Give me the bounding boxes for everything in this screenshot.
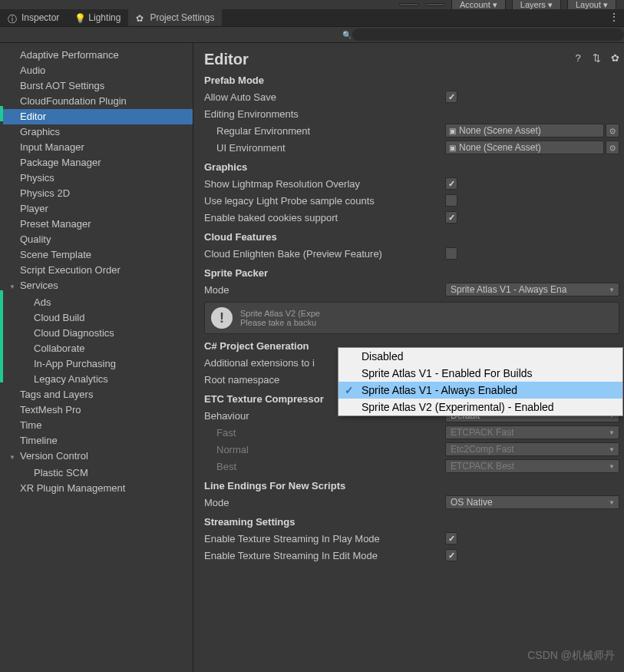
toolbar-icon-btn[interactable]: [399, 3, 419, 6]
sidebar-item[interactable]: Preset Manager: [0, 217, 193, 232]
tab-project-settings[interactable]: ✿ Project Settings: [128, 9, 222, 26]
sidebar-item[interactable]: Scene Template: [0, 247, 193, 263]
top-toolbar: Account ▾ Layers ▾ Layout ▾: [0, 0, 624, 9]
sidebar-item[interactable]: Input Manager: [0, 140, 193, 155]
sidebar-item[interactable]: Audio: [0, 63, 193, 78]
etc-fast-dropdown[interactable]: ETCPACK Fast: [445, 425, 619, 439]
baked-cookies-checkbox[interactable]: [445, 211, 457, 223]
field-label: Cloud Enlighten Bake (Preview Feature): [204, 248, 445, 260]
field-label: Mode: [204, 284, 445, 296]
search-input[interactable]: [352, 28, 624, 41]
settings-sidebar: Adaptive Performance Audio Burst AOT Set…: [0, 43, 193, 672]
ui-env-field[interactable]: ▣None (Scene Asset): [445, 141, 604, 154]
field-label: Enable Texture Streaming In Edit Mode: [204, 550, 445, 561]
field-label: Best: [204, 461, 445, 472]
sidebar-item[interactable]: Legacy Analytics: [0, 372, 193, 387]
info-text: Please take a backu: [240, 318, 320, 327]
sidebar-item[interactable]: In-App Purchasing: [0, 356, 193, 372]
popup-item[interactable]: Sprite Atlas V1 - Enabled For Builds: [338, 365, 622, 382]
light-icon: 💡: [74, 13, 84, 22]
sidebar-item[interactable]: Cloud Diagnostics: [0, 326, 193, 341]
sidebar-item-editor[interactable]: Editor: [0, 109, 193, 124]
legacy-probe-checkbox[interactable]: [445, 194, 457, 207]
cube-icon: ▣: [449, 144, 456, 152]
sidebar-item[interactable]: Timeline: [0, 433, 193, 449]
sidebar-item[interactable]: Plastic SCM: [0, 465, 193, 481]
lightmap-checkbox[interactable]: [445, 177, 457, 190]
gear-icon[interactable]: ✿: [609, 52, 621, 65]
section-heading: Line Endings For New Scripts: [204, 480, 619, 492]
sidebar-accent: [0, 290, 3, 382]
field-label: Fast: [204, 427, 445, 439]
popup-item[interactable]: Disabled: [338, 348, 622, 365]
allow-auto-save-checkbox[interactable]: [445, 91, 457, 103]
sidebar-item[interactable]: TextMesh Pro: [0, 402, 193, 418]
field-label: UI Environment: [204, 142, 445, 154]
sidebar-item[interactable]: Script Execution Order: [0, 263, 193, 278]
sidebar-item[interactable]: Physics 2D: [0, 186, 193, 201]
field-label: Show Lightmap Resolution Overlay: [204, 178, 445, 190]
cube-icon: ▣: [449, 127, 456, 135]
tab-inspector[interactable]: ⓘ Inspector: [0, 9, 67, 26]
search-row: 🔍: [0, 26, 624, 43]
streaming-play-checkbox[interactable]: [445, 532, 457, 545]
section-heading: Cloud Features: [204, 231, 619, 243]
sidebar-item[interactable]: Graphics: [0, 124, 193, 140]
section-heading: Sprite Packer: [204, 267, 619, 279]
regular-env-field[interactable]: ▣None (Scene Asset): [445, 124, 604, 137]
sidebar-item[interactable]: Burst AOT Settings: [0, 78, 193, 94]
kebab-menu-icon[interactable]: ⋮: [609, 11, 619, 23]
line-endings-dropdown[interactable]: OS Native: [445, 495, 619, 509]
field-label: Mode: [204, 497, 445, 508]
field-label: Editing Environments: [204, 108, 445, 120]
field-label: Allow Auto Save: [204, 91, 445, 103]
field-label: Regular Environment: [204, 125, 445, 137]
field-label: Normal: [204, 444, 445, 455]
tab-lighting[interactable]: 💡 Lighting: [67, 9, 128, 26]
popup-item-selected[interactable]: Sprite Atlas V1 - Always Enabled: [338, 382, 622, 399]
sidebar-item[interactable]: CloudFoundation Plugin: [0, 94, 193, 109]
sidebar-item[interactable]: Physics: [0, 170, 193, 186]
sidebar-item[interactable]: Time: [0, 418, 193, 433]
sidebar-item[interactable]: Package Manager: [0, 155, 193, 170]
header-icons: ? ⇅ ✿: [572, 52, 621, 65]
sprite-mode-dropdown[interactable]: Sprite Atlas V1 - Always Ena: [445, 283, 619, 296]
etc-best-dropdown[interactable]: ETCPACK Best: [445, 459, 619, 473]
sidebar-item[interactable]: Player: [0, 201, 193, 217]
sidebar-accent: [0, 106, 3, 121]
tab-label: Inspector: [21, 12, 59, 23]
object-picker-icon[interactable]: ⊙: [606, 141, 619, 154]
field-label: Enable Texture Streaming In Play Mode: [204, 533, 445, 545]
sidebar-item[interactable]: Quality: [0, 232, 193, 247]
section-heading: Streaming Settings: [204, 516, 619, 528]
field-label: Use legacy Light Probe sample counts: [204, 195, 445, 207]
sidebar-item[interactable]: Adaptive Performance: [0, 48, 193, 63]
sidebar-item[interactable]: XR Plugin Management: [0, 481, 193, 496]
help-icon[interactable]: ?: [572, 52, 584, 65]
sidebar-item-services[interactable]: Services: [0, 278, 193, 295]
toolbar-icon-btn[interactable]: [425, 3, 445, 6]
sidebar-item[interactable]: Cloud Build: [0, 310, 193, 326]
info-icon: !: [211, 307, 233, 329]
tabs-row: ⓘ Inspector 💡 Lighting ✿ Project Setting…: [0, 9, 624, 26]
cloud-enlighten-checkbox[interactable]: [445, 247, 457, 260]
section-heading: Prefab Mode: [204, 74, 619, 86]
gear-icon: ✿: [136, 13, 145, 22]
etc-normal-dropdown[interactable]: Etc2Comp Fast: [445, 442, 619, 456]
dropdown-popup: Disabled Sprite Atlas V1 - Enabled For B…: [338, 347, 623, 416]
sidebar-item[interactable]: Tags and Layers: [0, 387, 193, 402]
popup-item[interactable]: Sprite Atlas V2 (Experimental) - Enabled: [338, 399, 622, 415]
streaming-edit-checkbox[interactable]: [445, 549, 457, 561]
tab-label: Project Settings: [150, 12, 214, 23]
info-icon: ⓘ: [8, 13, 17, 22]
object-picker-icon[interactable]: ⊙: [606, 124, 619, 137]
sidebar-item[interactable]: Collaborate: [0, 341, 193, 356]
sidebar-item-version-control[interactable]: Version Control: [0, 449, 193, 465]
field-label: Enable baked cookies support: [204, 212, 445, 223]
search-icon: 🔍: [342, 31, 352, 39]
page-title: Editor: [204, 51, 619, 68]
tab-label: Lighting: [88, 12, 121, 23]
preset-icon[interactable]: ⇅: [590, 52, 603, 65]
sidebar-item[interactable]: Ads: [0, 295, 193, 310]
info-text: Sprite Atlas V2 (Expe: [240, 309, 320, 318]
